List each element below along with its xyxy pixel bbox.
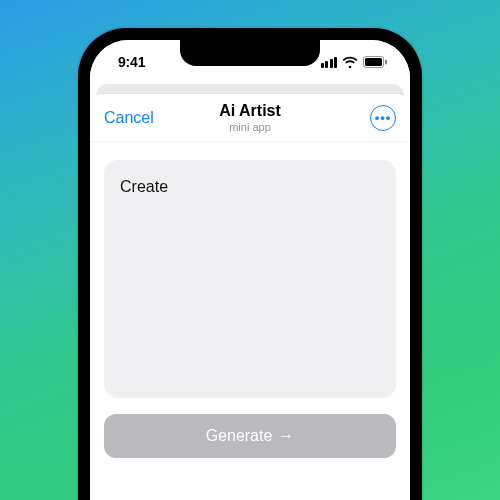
- wallpaper-background: 9:41 Cancel: [0, 0, 500, 500]
- cellular-signal-icon: [321, 57, 338, 68]
- prompt-input[interactable]: Create: [104, 160, 396, 398]
- status-indicators: [321, 56, 389, 68]
- generate-button[interactable]: Generate →: [104, 414, 396, 458]
- phone-frame: 9:41 Cancel: [78, 28, 422, 500]
- more-menu-button[interactable]: •••: [370, 105, 396, 131]
- ellipsis-icon: •••: [375, 111, 392, 124]
- sheet-title: Ai Artist: [156, 102, 344, 120]
- prompt-placeholder: Create: [120, 178, 380, 196]
- sheet-body: Create: [90, 142, 410, 398]
- arrow-right-icon: →: [278, 428, 294, 444]
- phone-screen: 9:41 Cancel: [90, 40, 410, 500]
- battery-icon: [363, 56, 388, 68]
- phone-notch: [180, 40, 320, 66]
- svg-rect-1: [365, 58, 382, 66]
- wifi-icon: [342, 56, 358, 68]
- svg-rect-2: [385, 60, 387, 65]
- generate-label: Generate: [206, 427, 273, 445]
- status-time: 9:41: [118, 54, 145, 70]
- sheet-title-group: Ai Artist mini app: [156, 102, 344, 133]
- cancel-button[interactable]: Cancel: [104, 109, 154, 127]
- sheet-subtitle: mini app: [156, 121, 344, 133]
- modal-sheet: Cancel Ai Artist mini app ••• Create: [90, 94, 410, 500]
- sheet-header: Cancel Ai Artist mini app •••: [90, 94, 410, 142]
